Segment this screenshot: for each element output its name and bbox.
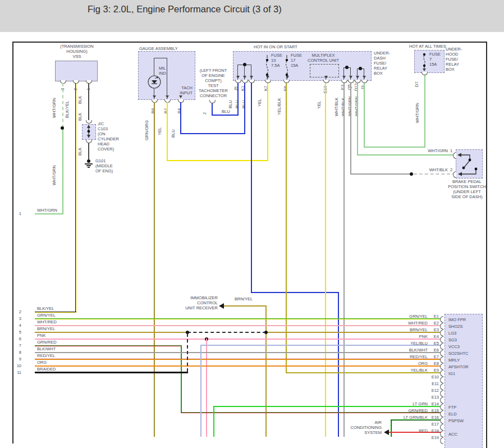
shield-dot-right [264, 331, 268, 334]
ecm-label-afshtor: AFSHTOR [448, 364, 469, 369]
multiplex-label: MULTIPLEXCONTROL UNIT [301, 53, 346, 63]
ecm-pin-e8: E8 [429, 361, 439, 366]
pin-k7-label: K7 [263, 86, 268, 91]
wire-wht-grn [62, 128, 63, 214]
blu-wire-label-b4: BLU [171, 129, 176, 138]
row9-number: 9 [13, 356, 21, 362]
blu-wire-label-2: BLU [235, 100, 240, 108]
ecm-pin-e10: E10 [429, 374, 439, 380]
row4-number: 4 [13, 323, 21, 328]
pin-d7-label: D7 [414, 81, 419, 87]
wire-wht-grn-d12 [357, 83, 358, 155]
wire-wht-blk-dashed [414, 173, 456, 175]
ecm-pin-connector-e10 [440, 377, 443, 383]
pin-arrow [324, 76, 328, 79]
ecm-pin-e18: E18 [429, 428, 439, 433]
jc-connector-top [86, 120, 92, 124]
wire-wht-blk-q5-h [350, 173, 412, 175]
row2-number: 2 [13, 309, 21, 314]
pin-connector-j5 [235, 80, 241, 83]
ecm-pin-connector-e11 [440, 383, 443, 390]
pin-arrow [250, 76, 253, 79]
row10-label: ORG [37, 360, 47, 365]
row8-label: BLK/WHT [37, 346, 56, 351]
ecm-label-lg3: LG3 [448, 331, 456, 336]
wire-braided-row11 [35, 372, 188, 373]
hot-in-on-or-start-label: HOT IN ON OR START [254, 44, 297, 49]
gauge-pin-arrow-b8 [153, 95, 156, 98]
ecm-pin-e3: E3 [429, 327, 439, 332]
pin-j5-label: J5 [233, 86, 239, 91]
ecm-pin-e5: E5 [429, 341, 439, 346]
brn-yel-wire-label: BRN/YEL [235, 296, 253, 301]
wire-grn-red-row7 [35, 345, 181, 346]
wire-wht-grn-row1 [35, 213, 63, 214]
wire-yel-b2 [167, 102, 168, 161]
wire-blk-upper [88, 83, 89, 120]
wire-blu-b4-h [180, 133, 245, 134]
vss-location-label: (TRANSMISSIONHOUSING)VSS [42, 44, 112, 59]
row5-number: 5 [13, 330, 21, 335]
ecm-pin-e19: E19 [429, 435, 439, 440]
pin-connector-k1 [242, 80, 248, 83]
ecm-label-ftp: FTP [448, 405, 456, 410]
ecm-label-so2shtc: SO2SHTC [448, 351, 468, 356]
wire-yel-blk [286, 83, 287, 373]
ecm-label-acc: ACC [448, 432, 457, 437]
immobilizer-label: IMMOBILIZERCONTROLUNIT RECEIVER [168, 295, 218, 310]
ecm-pin-connector-e15 [440, 410, 443, 417]
wht-grn-wire-label: WHT/GRN [52, 98, 57, 118]
ecm-pin-e14: E14 [429, 401, 439, 406]
mil-ind-label: MILIND [159, 66, 166, 76]
pin-arrow [356, 76, 359, 79]
wire-wht-grn-d7 [424, 75, 425, 148]
pin-arrow [266, 76, 269, 79]
ecm-wire-e16: LT GRN/BLK [377, 415, 428, 420]
row3-number: 3 [13, 316, 21, 321]
g101-label: G101(MIDDLEOF ENG) [95, 158, 113, 173]
jc-c103-symbol [86, 125, 91, 138]
under-dash-side-label: UNDER-DASHFUSE/ RELAYBOX [374, 51, 390, 76]
wht-blk-wire-label-e3: WHT/BLK [334, 98, 339, 116]
jc-c103-label: J/CC103(ON CYLINDERHEADCOVER) [98, 121, 119, 152]
row9-label: RED/YEL [37, 353, 55, 358]
bridge1-dot [243, 63, 246, 66]
ecm-pin-e4: E4 [429, 334, 439, 339]
wire-shield-dashed-row5 [187, 332, 266, 333]
brake-switch-icon [456, 149, 482, 177]
wire-grn-org [154, 102, 155, 437]
blk-yel-wire-label: BLK/YEL [65, 101, 70, 118]
bridge2-dot [345, 66, 349, 69]
pin-arrow [286, 76, 289, 79]
row7-label: GRN/RED [37, 340, 57, 345]
ecm-label-ig1: IG1 [448, 371, 455, 376]
ecm-wire-e5: YEL/BLU [377, 341, 428, 346]
test-tach-pin-label: 2 [202, 112, 207, 115]
gauge-pin-arrow-b4 [179, 95, 182, 98]
fuse-10-label: FUSE107.5A [271, 53, 282, 68]
ecm-pin-connector-e13 [440, 397, 443, 404]
ecm-pin-e7: E7 [429, 354, 439, 359]
immobilizer-arrow-icon [219, 303, 224, 309]
wire-wht-blk-e3 [343, 83, 345, 437]
ecm-pin-connector-e12 [440, 390, 443, 397]
ground-icon [85, 163, 93, 164]
wht-grn-wire-label-2: WHT/GRN [52, 165, 57, 185]
ecm-pin-connector-e6 [440, 350, 443, 356]
brake-pin1-wire-label: WHT/GRN [410, 148, 448, 153]
ecm-wire-e9: YEL/BLK [377, 368, 428, 373]
wire-wht-grn-d12-h [357, 154, 456, 156]
ecm-wire-e14: LT GRN [377, 401, 428, 406]
ecm-pin-connector-e14 [440, 404, 443, 410]
wire-blk-lower [88, 143, 89, 159]
frame-left [12, 42, 13, 444]
ecm-pin-connector-e2 [440, 323, 443, 330]
ecm-pin-e9: E9 [429, 368, 439, 373]
ecm-pin-connector-e5 [440, 343, 443, 350]
ecm-pin-connector-e3 [440, 330, 443, 336]
wire-wht-blk-q5 [350, 83, 351, 174]
ecm-wire-e2: WHT/RED [377, 321, 428, 326]
ecm-pin-e12: E12 [429, 388, 439, 393]
wire-blu-tach-h [212, 115, 239, 116]
hot-at-all-times-label: HOT AT ALL TIMES [409, 44, 446, 49]
